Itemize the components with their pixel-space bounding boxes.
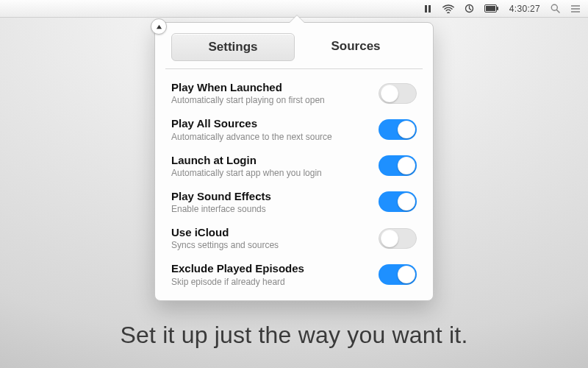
setting-title: Play When Launched bbox=[171, 81, 370, 93]
setting-subtitle: Automatically start app when you login bbox=[171, 168, 370, 178]
settings-row: Launch at LoginAutomatically start app w… bbox=[168, 148, 420, 184]
setting-subtitle: Skip episode if already heard bbox=[171, 277, 370, 287]
svg-line-7 bbox=[557, 10, 560, 13]
settings-row: Play Sound EffectsEnable interface sound… bbox=[168, 184, 420, 220]
notifications-icon[interactable] bbox=[570, 4, 581, 13]
timemachine-icon[interactable] bbox=[465, 4, 474, 13]
setting-toggle[interactable] bbox=[379, 228, 417, 249]
setting-toggle[interactable] bbox=[379, 83, 417, 104]
setting-subtitle: Automatically start playing on first ope… bbox=[171, 95, 370, 105]
setting-title: Play All Sources bbox=[171, 117, 370, 130]
settings-row: Exclude Played EpisodesSkip episode if a… bbox=[168, 256, 420, 292]
battery-icon[interactable] bbox=[484, 4, 499, 13]
popover-tabs: Settings Sources bbox=[171, 33, 417, 61]
setting-title: Exclude Played Episodes bbox=[171, 262, 370, 275]
svg-rect-5 bbox=[497, 7, 498, 10]
tab-settings[interactable]: Settings bbox=[171, 33, 295, 61]
toggle-knob bbox=[398, 157, 415, 174]
toggle-knob bbox=[398, 193, 415, 210]
toggle-knob bbox=[381, 85, 398, 102]
setting-subtitle: Automatically advance to the next source bbox=[171, 132, 370, 142]
tagline: Set it up just the way you want it. bbox=[0, 322, 588, 349]
setting-toggle[interactable] bbox=[379, 119, 417, 140]
settings-popover: Settings Sources Play When LaunchedAutom… bbox=[154, 22, 434, 301]
setting-subtitle: Enable interface sounds bbox=[171, 204, 370, 214]
svg-rect-1 bbox=[429, 5, 431, 13]
divider bbox=[165, 68, 423, 69]
settings-list: Play When LaunchedAutomatically start pl… bbox=[155, 75, 433, 293]
pause-icon[interactable] bbox=[423, 4, 432, 13]
settings-row: Play When LaunchedAutomatically start pl… bbox=[168, 75, 420, 111]
setting-toggle[interactable] bbox=[379, 191, 417, 212]
setting-toggle[interactable] bbox=[379, 155, 417, 176]
toggle-knob bbox=[381, 230, 398, 247]
toggle-knob bbox=[398, 266, 415, 283]
toggle-knob bbox=[398, 121, 415, 138]
svg-rect-0 bbox=[425, 5, 427, 13]
tab-sources[interactable]: Sources bbox=[295, 33, 417, 61]
settings-row: Play All SourcesAutomatically advance to… bbox=[168, 111, 420, 147]
svg-rect-4 bbox=[486, 6, 495, 11]
setting-subtitle: Syncs settings and sources bbox=[171, 240, 370, 250]
menubar-clock[interactable]: 4:30:27 bbox=[509, 4, 540, 14]
setting-title: Play Sound Effects bbox=[171, 190, 370, 202]
spotlight-icon[interactable] bbox=[551, 4, 560, 13]
setting-title: Use iCloud bbox=[171, 226, 370, 238]
setting-title: Launch at Login bbox=[171, 154, 370, 166]
settings-row: Use iCloudSyncs settings and sources bbox=[168, 220, 420, 256]
setting-toggle[interactable] bbox=[379, 264, 417, 285]
collapse-button[interactable] bbox=[151, 18, 167, 35]
wifi-icon[interactable] bbox=[442, 4, 454, 13]
